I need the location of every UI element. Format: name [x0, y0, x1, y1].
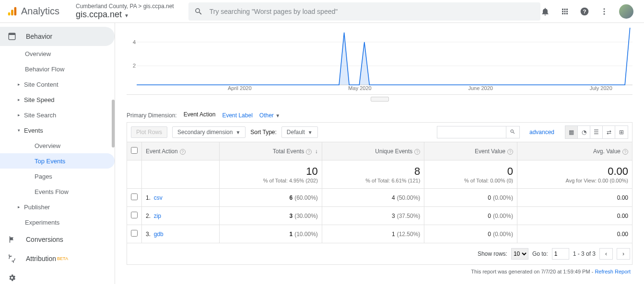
- chart-svg: 4 2: [127, 23, 632, 94]
- next-page-button[interactable]: ›: [617, 248, 630, 260]
- svg-text:4: 4: [133, 39, 136, 45]
- search-bar[interactable]: Try searching "Worst pages by load speed…: [188, 2, 540, 21]
- more-vert-icon[interactable]: [600, 7, 609, 16]
- search-icon: [194, 7, 203, 16]
- view-bar-icon[interactable]: ☰: [590, 126, 603, 138]
- advanced-link[interactable]: advanced: [529, 129, 554, 136]
- analytics-logo-icon: [7, 6, 17, 17]
- sidebar-item-publisher[interactable]: Publisher: [0, 199, 115, 215]
- svg-point-6: [604, 11, 605, 12]
- col-event-action[interactable]: Event Action?: [142, 142, 220, 160]
- sidebar-item-site-search[interactable]: Site Search: [0, 107, 115, 123]
- plot-rows-button: Plot Rows: [131, 126, 167, 138]
- search-icon: [510, 129, 515, 135]
- primary-dimension-row: Primary Dimension: Event Action Event La…: [127, 106, 632, 122]
- sidebar-item-experiments[interactable]: Experiments: [0, 215, 115, 230]
- table-row: 3. gdb 1(10.00%) 1(12.50%) 0(0.00%) 0.00: [127, 225, 632, 243]
- range-text: 1 - 3 of 3: [573, 250, 596, 257]
- show-rows-select[interactable]: 10: [511, 248, 528, 260]
- svg-text:?: ?: [583, 8, 586, 14]
- footer: © 2020 Google | Analytics Home | Terms o…: [127, 278, 632, 284]
- view-comparison-icon[interactable]: ⇄: [603, 126, 615, 138]
- svg-rect-0: [8, 12, 11, 15]
- col-total-events[interactable]: Total Events? ↓: [220, 142, 322, 160]
- refresh-report-link[interactable]: Refresh Report: [595, 269, 631, 274]
- col-event-value[interactable]: Event Value?: [424, 142, 517, 160]
- svg-text:2: 2: [133, 63, 136, 69]
- svg-point-5: [604, 8, 605, 10]
- sidebar-scrollbar[interactable]: [112, 100, 115, 148]
- dimension-event-label[interactable]: Event Label: [222, 112, 252, 119]
- row-checkbox[interactable]: [131, 193, 138, 200]
- chevron-down-icon: ▼: [124, 13, 129, 18]
- col-avg-value[interactable]: Avg. Value?: [517, 142, 632, 160]
- table-search-button[interactable]: [506, 126, 520, 138]
- logo-area[interactable]: Analytics: [0, 6, 66, 17]
- row-checkbox[interactable]: [131, 212, 138, 218]
- chart-resize-handle[interactable]: [371, 97, 389, 102]
- sidebar-item-events[interactable]: Events: [0, 123, 115, 138]
- svg-rect-9: [9, 33, 15, 35]
- view-table-icon[interactable]: ▦: [565, 126, 578, 138]
- prev-page-button[interactable]: ‹: [599, 248, 613, 260]
- row-link[interactable]: gdb: [154, 231, 164, 238]
- svg-point-7: [604, 13, 605, 14]
- svg-marker-15: [339, 33, 349, 85]
- sidebar: Behavior Overview Behavior Flow Site Con…: [0, 23, 115, 284]
- sort-type-label: Sort Type:: [250, 129, 276, 136]
- show-rows-label: Show rows:: [478, 250, 507, 257]
- sidebar-item-site-content[interactable]: Site Content: [0, 77, 115, 92]
- row-link[interactable]: csv: [154, 194, 163, 201]
- sort-desc-icon: ↓: [315, 148, 318, 155]
- secondary-dimension-button[interactable]: Secondary dimension ▼: [172, 126, 246, 138]
- goto-input[interactable]: [552, 248, 569, 260]
- sidebar-item-events-overview[interactable]: Overview: [0, 138, 115, 153]
- flag-icon: [8, 235, 16, 244]
- row-checkbox[interactable]: [131, 230, 138, 237]
- sidebar-section-behavior[interactable]: Behavior: [0, 27, 115, 46]
- top-bar: Analytics Cumberland County, PA > gis.cc…: [0, 0, 644, 23]
- sidebar-item-site-speed[interactable]: Site Speed: [0, 92, 115, 107]
- apps-icon[interactable]: [561, 7, 569, 16]
- bell-icon[interactable]: [540, 7, 550, 16]
- beta-badge: BETA: [57, 256, 68, 261]
- brand-name: Analytics: [21, 6, 59, 17]
- select-all-checkbox[interactable]: [131, 147, 138, 154]
- sidebar-item-top-events[interactable]: Top Events: [0, 153, 115, 169]
- sidebar-item-pages[interactable]: Pages: [0, 169, 115, 184]
- view-toggles: ▦ ◔ ☰ ⇄ ⊞: [565, 125, 628, 139]
- top-icons: ?: [540, 4, 636, 19]
- table-row: 1. csv 6(60.00%) 4(50.00%) 0(0.00%) 0.00: [127, 189, 632, 207]
- col-unique-events[interactable]: Unique Events?: [322, 142, 424, 160]
- breadcrumb: Cumberland County, PA > gis.ccpa.net: [76, 3, 174, 10]
- generated-note: This report was generated on 7/7/20 at 1…: [127, 265, 632, 278]
- avatar[interactable]: [619, 4, 633, 19]
- dimension-other[interactable]: Other ▼: [259, 112, 280, 119]
- view-pie-icon[interactable]: ◔: [578, 126, 590, 138]
- view-selector[interactable]: Cumberland County, PA > gis.ccpa.net gis…: [66, 3, 184, 20]
- svg-rect-2: [14, 7, 17, 15]
- goto-label: Go to:: [532, 250, 548, 257]
- table-row: 2. zip 3(30.00%) 3(37.50%) 0(0.00%) 0.00: [127, 207, 632, 225]
- dimension-event-action[interactable]: Event Action: [184, 111, 216, 119]
- row-link[interactable]: zip: [154, 213, 161, 219]
- sidebar-item-behavior-flow[interactable]: Behavior Flow: [0, 61, 115, 77]
- pager: Show rows: 10 Go to: 1 - 3 of 3 ‹ ›: [127, 243, 632, 265]
- search-placeholder: Try searching "Worst pages by load speed…: [210, 8, 338, 15]
- sidebar-section-conversions[interactable]: Conversions: [0, 230, 115, 249]
- summary-row: 10% of Total: 4.95% (202) 8% of Total: 6…: [127, 160, 632, 189]
- sidebar-section-admin[interactable]: [0, 268, 115, 284]
- view-name: gis.ccpa.net ▼: [76, 10, 174, 20]
- sidebar-item-events-flow[interactable]: Events Flow: [0, 184, 115, 199]
- sidebar-section-attribution[interactable]: AttributionBETA: [0, 249, 115, 268]
- view-pivot-icon[interactable]: ⊞: [615, 126, 628, 138]
- table-search-input[interactable]: [437, 126, 506, 138]
- help-icon[interactable]: ?: [580, 7, 589, 16]
- sort-type-select[interactable]: Default ▼: [281, 126, 318, 138]
- sidebar-item-overview[interactable]: Overview: [0, 46, 115, 61]
- svg-marker-16: [359, 42, 369, 85]
- chart[interactable]: 4 2 April 2020 May 2020 June 2020 July 2…: [127, 23, 632, 95]
- attribution-icon: [8, 254, 16, 263]
- behavior-icon: [8, 32, 16, 41]
- table-search: [437, 126, 520, 138]
